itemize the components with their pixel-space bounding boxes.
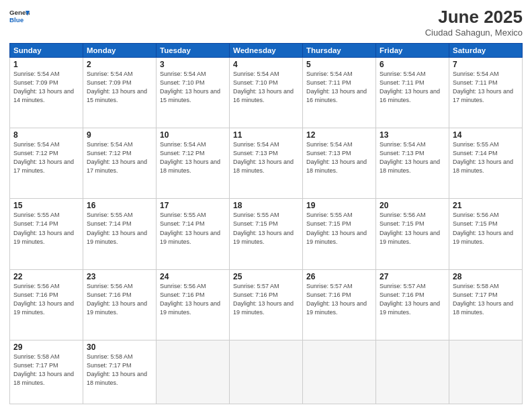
table-row: 4 Sunrise: 5:54 AMSunset: 7:10 PMDayligh…: [230, 58, 303, 128]
day-number: 23: [87, 272, 152, 281]
day-number: 10: [160, 130, 226, 140]
logo: General Blue: [9, 7, 30, 27]
day-info: Sunrise: 5:56 AMSunset: 7:16 PMDaylight:…: [13, 283, 74, 316]
day-info: Sunrise: 5:54 AMSunset: 7:11 PMDaylight:…: [453, 71, 513, 103]
table-row: 15 Sunrise: 5:55 AMSunset: 7:14 PMDaylig…: [10, 199, 83, 269]
table-row: 9 Sunrise: 5:54 AMSunset: 7:12 PMDayligh…: [83, 128, 157, 199]
day-info: Sunrise: 5:54 AMSunset: 7:12 PMDaylight:…: [160, 141, 220, 174]
day-number: 21: [453, 201, 519, 210]
day-number: 27: [380, 272, 445, 281]
day-info: Sunrise: 5:56 AMSunset: 7:15 PMDaylight:…: [453, 212, 513, 244]
table-row: 25 Sunrise: 5:57 AMSunset: 7:16 PMDaylig…: [230, 269, 303, 340]
table-row: 18 Sunrise: 5:55 AMSunset: 7:15 PMDaylig…: [230, 199, 303, 269]
day-number: 2: [87, 60, 152, 69]
day-number: 6: [380, 60, 445, 69]
subtitle: Ciudad Sahagun, Mexico: [425, 28, 523, 38]
table-row: 29 Sunrise: 5:58 AMSunset: 7:17 PMDaylig…: [10, 340, 83, 404]
day-info: Sunrise: 5:55 AMSunset: 7:15 PMDaylight:…: [306, 212, 367, 244]
table-row: 28 Sunrise: 5:58 AMSunset: 7:17 PMDaylig…: [449, 269, 523, 340]
day-number: 26: [306, 272, 372, 281]
calendar-week-row: 29 Sunrise: 5:58 AMSunset: 7:17 PMDaylig…: [10, 340, 523, 404]
day-number: 5: [306, 60, 372, 69]
day-info: Sunrise: 5:54 AMSunset: 7:13 PMDaylight:…: [306, 141, 367, 174]
day-number: 30: [87, 342, 152, 352]
day-number: 9: [87, 130, 152, 140]
table-row: [376, 340, 449, 404]
day-number: 3: [160, 60, 226, 69]
table-row: 20 Sunrise: 5:56 AMSunset: 7:15 PMDaylig…: [376, 199, 449, 269]
table-row: 1 Sunrise: 5:54 AMSunset: 7:09 PMDayligh…: [10, 58, 83, 128]
day-info: Sunrise: 5:57 AMSunset: 7:16 PMDaylight:…: [233, 283, 294, 316]
day-number: 11: [233, 130, 299, 140]
col-friday: Friday: [376, 44, 449, 58]
day-number: 29: [13, 342, 79, 352]
calendar-week-row: 22 Sunrise: 5:56 AMSunset: 7:16 PMDaylig…: [10, 269, 523, 340]
day-number: 17: [160, 201, 226, 210]
table-row: 2 Sunrise: 5:54 AMSunset: 7:09 PMDayligh…: [83, 58, 157, 128]
table-row: 21 Sunrise: 5:56 AMSunset: 7:15 PMDaylig…: [449, 199, 523, 269]
table-row: 13 Sunrise: 5:54 AMSunset: 7:13 PMDaylig…: [376, 128, 449, 199]
calendar-week-row: 1 Sunrise: 5:54 AMSunset: 7:09 PMDayligh…: [10, 58, 523, 128]
table-row: 27 Sunrise: 5:57 AMSunset: 7:16 PMDaylig…: [376, 269, 449, 340]
table-row: [449, 340, 523, 404]
day-info: Sunrise: 5:54 AMSunset: 7:09 PMDaylight:…: [13, 71, 74, 103]
day-info: Sunrise: 5:57 AMSunset: 7:16 PMDaylight:…: [380, 283, 440, 316]
table-row: 10 Sunrise: 5:54 AMSunset: 7:12 PMDaylig…: [157, 128, 230, 199]
day-info: Sunrise: 5:58 AMSunset: 7:17 PMDaylight:…: [87, 353, 147, 386]
page: General Blue June 2025 Ciudad Sahagun, M…: [0, 0, 532, 411]
col-tuesday: Tuesday: [157, 44, 230, 58]
table-row: 3 Sunrise: 5:54 AMSunset: 7:10 PMDayligh…: [157, 58, 230, 128]
day-info: Sunrise: 5:54 AMSunset: 7:10 PMDaylight:…: [233, 71, 294, 103]
day-number: 22: [13, 272, 79, 281]
table-row: 19 Sunrise: 5:55 AMSunset: 7:15 PMDaylig…: [303, 199, 376, 269]
day-info: Sunrise: 5:54 AMSunset: 7:13 PMDaylight:…: [233, 141, 294, 174]
table-row: [157, 340, 230, 404]
table-row: 14 Sunrise: 5:55 AMSunset: 7:14 PMDaylig…: [449, 128, 523, 199]
svg-text:Blue: Blue: [9, 16, 24, 24]
day-number: 28: [453, 272, 519, 281]
col-saturday: Saturday: [449, 44, 523, 58]
table-row: 24 Sunrise: 5:56 AMSunset: 7:16 PMDaylig…: [157, 269, 230, 340]
day-number: 14: [453, 130, 519, 140]
day-number: 15: [13, 201, 79, 210]
day-info: Sunrise: 5:56 AMSunset: 7:15 PMDaylight:…: [380, 212, 440, 244]
header: General Blue June 2025 Ciudad Sahagun, M…: [9, 7, 523, 38]
day-number: 20: [380, 201, 445, 210]
table-row: 26 Sunrise: 5:57 AMSunset: 7:16 PMDaylig…: [303, 269, 376, 340]
main-title: June 2025: [425, 7, 523, 28]
day-info: Sunrise: 5:56 AMSunset: 7:16 PMDaylight:…: [87, 283, 147, 316]
day-number: 4: [233, 60, 299, 69]
day-info: Sunrise: 5:55 AMSunset: 7:14 PMDaylight:…: [13, 212, 74, 244]
table-row: 17 Sunrise: 5:55 AMSunset: 7:14 PMDaylig…: [157, 199, 230, 269]
calendar-table: Sunday Monday Tuesday Wednesday Thursday…: [9, 43, 523, 404]
table-row: 12 Sunrise: 5:54 AMSunset: 7:13 PMDaylig…: [303, 128, 376, 199]
logo-icon: General Blue: [9, 7, 30, 27]
col-wednesday: Wednesday: [230, 44, 303, 58]
day-info: Sunrise: 5:54 AMSunset: 7:09 PMDaylight:…: [87, 71, 147, 103]
table-row: 30 Sunrise: 5:58 AMSunset: 7:17 PMDaylig…: [83, 340, 157, 404]
table-row: 6 Sunrise: 5:54 AMSunset: 7:11 PMDayligh…: [376, 58, 449, 128]
table-row: 8 Sunrise: 5:54 AMSunset: 7:12 PMDayligh…: [10, 128, 83, 199]
day-number: 16: [87, 201, 152, 210]
day-info: Sunrise: 5:55 AMSunset: 7:14 PMDaylight:…: [453, 141, 513, 174]
day-number: 1: [13, 60, 79, 69]
day-info: Sunrise: 5:58 AMSunset: 7:17 PMDaylight:…: [13, 353, 74, 386]
table-row: 11 Sunrise: 5:54 AMSunset: 7:13 PMDaylig…: [230, 128, 303, 199]
day-number: 12: [306, 130, 372, 140]
table-row: [303, 340, 376, 404]
day-info: Sunrise: 5:54 AMSunset: 7:11 PMDaylight:…: [380, 71, 440, 103]
table-row: 5 Sunrise: 5:54 AMSunset: 7:11 PMDayligh…: [303, 58, 376, 128]
table-row: 22 Sunrise: 5:56 AMSunset: 7:16 PMDaylig…: [10, 269, 83, 340]
day-number: 7: [453, 60, 519, 69]
day-info: Sunrise: 5:57 AMSunset: 7:16 PMDaylight:…: [306, 283, 367, 316]
day-number: 25: [233, 272, 299, 281]
day-info: Sunrise: 5:54 AMSunset: 7:11 PMDaylight:…: [306, 71, 367, 103]
day-info: Sunrise: 5:55 AMSunset: 7:14 PMDaylight:…: [87, 212, 147, 244]
day-number: 19: [306, 201, 372, 210]
day-info: Sunrise: 5:54 AMSunset: 7:12 PMDaylight:…: [87, 141, 147, 174]
day-info: Sunrise: 5:54 AMSunset: 7:13 PMDaylight:…: [380, 141, 440, 174]
day-info: Sunrise: 5:58 AMSunset: 7:17 PMDaylight:…: [453, 283, 513, 316]
col-monday: Monday: [83, 44, 157, 58]
calendar-week-row: 15 Sunrise: 5:55 AMSunset: 7:14 PMDaylig…: [10, 199, 523, 269]
table-row: 23 Sunrise: 5:56 AMSunset: 7:16 PMDaylig…: [83, 269, 157, 340]
